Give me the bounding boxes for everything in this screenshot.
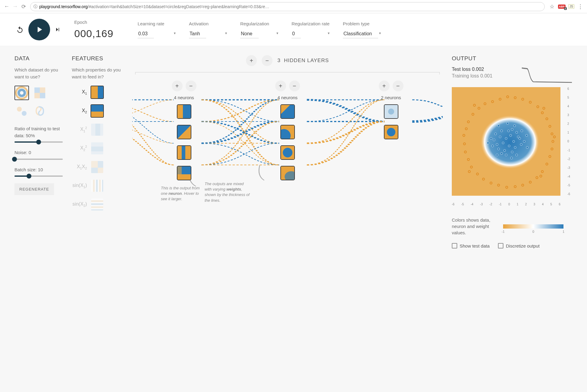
dataset-spiral[interactable] (33, 104, 47, 118)
feature-toggle[interactable] (91, 104, 104, 118)
batch-slider[interactable] (14, 175, 63, 177)
reg-rate-select[interactable]: 0 (292, 29, 301, 38)
neuron-count: 4 neurons (174, 95, 194, 100)
batch-label: Batch size: 10 (14, 166, 63, 173)
activation-select[interactable]: Tanh (189, 29, 206, 38)
js-extension-icon[interactable]: JS (568, 3, 575, 10)
step-button[interactable] (53, 25, 62, 34)
bookmark-star-icon[interactable]: ☆ (548, 3, 556, 10)
svg-point-50 (387, 128, 395, 136)
epoch-label: Epoch (74, 20, 126, 25)
feature-toggle[interactable] (91, 179, 104, 192)
svg-rect-22 (96, 180, 98, 192)
svg-point-0 (19, 90, 25, 96)
neuron[interactable] (384, 125, 398, 139)
svg-point-6 (17, 107, 22, 112)
browser-menu-button[interactable]: ⋮ (576, 2, 585, 11)
svg-point-87 (516, 154, 518, 156)
svg-rect-5 (34, 93, 40, 98)
svg-point-44 (283, 148, 292, 157)
data-subtitle: Which dataset do you want to use? (14, 67, 63, 80)
reset-button[interactable] (14, 24, 25, 35)
svg-rect-38 (177, 166, 182, 180)
svg-rect-16 (91, 161, 98, 168)
add-neuron-button[interactable]: + (379, 81, 390, 91)
neuron[interactable] (280, 145, 295, 160)
dataset-gauss[interactable] (14, 104, 29, 118)
feature-toggle[interactable] (91, 142, 104, 155)
neuron[interactable] (280, 125, 295, 139)
learning-rate-select[interactable]: 0.03 (138, 29, 154, 38)
add-neuron-button[interactable]: + (172, 81, 183, 91)
svg-point-62 (504, 150, 506, 152)
remove-neuron-button[interactable]: − (289, 81, 300, 91)
feature-toggle[interactable] (91, 160, 104, 174)
epoch-value: 000,169 (74, 28, 126, 40)
add-neuron-button[interactable]: + (275, 81, 286, 91)
svg-point-85 (521, 130, 523, 132)
feature-label: X2 (72, 108, 87, 114)
dataset-circle[interactable] (14, 86, 29, 100)
feature-label: sin(X2) (72, 201, 87, 207)
color-legend-bar (503, 224, 563, 229)
remove-layer-button[interactable]: − (262, 55, 273, 66)
svg-point-63 (511, 151, 513, 153)
learning-rate-label: Learning rate (138, 21, 177, 26)
svg-rect-15 (91, 147, 104, 151)
problem-type-select[interactable]: Classification (343, 29, 378, 38)
dataset-xor[interactable] (33, 86, 47, 100)
train-loss-label: Training loss (452, 73, 479, 78)
regularization-select[interactable]: None (240, 29, 259, 38)
remove-neuron-button[interactable]: − (393, 81, 404, 91)
adblock-icon[interactable]: ABP1 (558, 3, 565, 10)
svg-rect-27 (91, 203, 104, 205)
svg-rect-26 (91, 200, 104, 202)
problem-type-label: Problem type (343, 21, 382, 26)
svg-point-83 (511, 157, 513, 159)
svg-point-78 (507, 122, 509, 125)
svg-point-81 (490, 138, 492, 140)
svg-point-74 (501, 153, 503, 155)
url-bar[interactable]: ⓘ playground.tensorflow.org/#activation=… (30, 2, 545, 11)
hint-neuron: This is the output from one neuron. Hove… (161, 185, 206, 202)
neuron[interactable] (280, 104, 295, 119)
svg-rect-24 (102, 180, 104, 192)
data-title: DATA (14, 55, 63, 62)
svg-point-56 (513, 141, 515, 143)
y-axis-ticks: 6543210-1-2-3-4-5-6 (567, 87, 570, 196)
feature-toggle[interactable] (91, 198, 104, 211)
neuron[interactable] (177, 145, 191, 160)
output-title: OUTPUT (452, 55, 573, 62)
neuron[interactable] (280, 166, 295, 180)
svg-point-70 (505, 154, 507, 156)
info-icon: ⓘ (33, 4, 37, 9)
feature-toggle[interactable] (91, 123, 104, 136)
feature-toggle[interactable] (91, 86, 104, 99)
url-path: /#activation=tanh&batchSize=10&dataset=c… (88, 4, 269, 9)
regenerate-button[interactable]: REGENERATE (14, 183, 54, 195)
back-button[interactable]: ← (2, 2, 11, 11)
feature-label: X1 (72, 89, 87, 95)
show-test-data-checkbox[interactable]: Show test data (452, 243, 490, 248)
reload-button[interactable]: ⟳ (19, 2, 28, 11)
ratio-slider[interactable] (14, 141, 63, 143)
feature-label: sin(X1) (72, 183, 87, 189)
neuron-count: 4 neurons (277, 95, 298, 100)
play-button[interactable] (28, 19, 50, 40)
svg-point-76 (492, 145, 494, 147)
neuron[interactable] (384, 104, 398, 119)
svg-point-58 (514, 147, 516, 149)
discretize-output-checkbox[interactable]: Discretize output (498, 243, 540, 248)
output-heatmap (452, 87, 560, 196)
remove-neuron-button[interactable]: − (186, 81, 196, 91)
neuron[interactable] (177, 104, 191, 119)
add-layer-button[interactable]: + (246, 55, 257, 66)
regularization-label: Regularization (240, 21, 279, 26)
noise-slider[interactable] (14, 159, 63, 160)
forward-button[interactable]: → (11, 2, 19, 11)
network-column: + − 3 HIDDEN LAYERS (132, 55, 443, 248)
neuron[interactable] (177, 125, 191, 139)
neuron[interactable] (177, 166, 191, 180)
svg-point-79 (498, 125, 500, 127)
svg-point-55 (502, 142, 504, 144)
